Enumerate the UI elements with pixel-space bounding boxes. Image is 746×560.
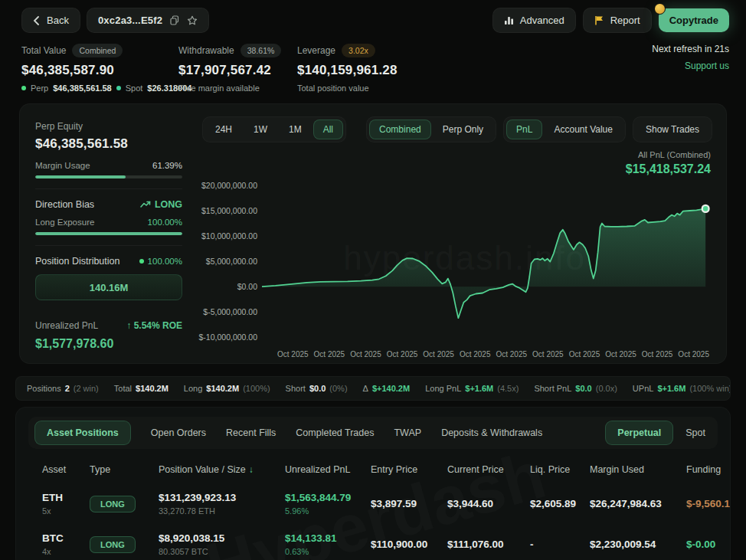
col-unrealized-pnl[interactable]: Unrealized PnL	[285, 464, 371, 475]
col-asset[interactable]: Asset	[42, 464, 90, 475]
tab-asset-positions[interactable]: Asset Positions	[34, 421, 131, 445]
withdrawable-amount: $17,907,567.42	[178, 63, 282, 78]
equity-area-chart[interactable]: hyperdash.info	[262, 178, 712, 345]
view-account-value-chip[interactable]: Account Value	[544, 120, 623, 139]
tab-completed-trades[interactable]: Completed Trades	[296, 427, 374, 438]
total-value-amount: $46,385,587.90	[21, 63, 178, 78]
asset-symbol: ETH	[42, 492, 90, 503]
col-entry-price[interactable]: Entry Price	[371, 464, 447, 475]
col-current-price[interactable]: Current Price	[447, 464, 530, 475]
x-axis-tick: Oct 2025	[569, 350, 600, 359]
range-all-chip[interactable]: All	[313, 120, 343, 139]
combined-badge: Combined	[72, 44, 123, 57]
y-axis-tick: $-10,000,000.00	[199, 332, 257, 342]
x-axis-tick: Oct 2025	[387, 350, 418, 359]
distribution-value: 140.16M	[90, 282, 129, 293]
leverage-label: Leverage	[297, 45, 335, 56]
leverage-stat: Leverage 3.02x $140,159,961.28 Total pos…	[297, 44, 458, 93]
summary-upnl: UPnL $+1.6M (100% win)	[633, 384, 731, 393]
unrealized-pnl: $1,563,844.79	[285, 492, 371, 503]
margin-usage-bar	[35, 175, 182, 178]
direction-bias-value: LONG	[155, 199, 182, 210]
position-distribution-pct: 100.00%	[148, 257, 182, 266]
copytrade-label: Copytrade	[669, 15, 718, 26]
view-group: PnL Account Value	[503, 116, 626, 142]
chart-svg	[262, 178, 712, 342]
back-button[interactable]: Back	[21, 8, 80, 33]
market-toggle: Perpetual Spot	[605, 421, 712, 445]
x-axis-tick: Oct 2025	[460, 350, 491, 359]
col-funding[interactable]: Funding	[686, 464, 721, 475]
table-header: Asset Type Position Value / Size↓ Unreal…	[28, 464, 718, 475]
x-axis-tick: Oct 2025	[678, 350, 709, 359]
col-position-value[interactable]: Position Value / Size↓	[159, 464, 285, 475]
chart-zone: 24H 1W 1M All Combined Perp Only PnL Acc…	[202, 116, 712, 359]
long-exposure-label: Long Exposure	[35, 218, 94, 227]
trend-up-icon	[140, 201, 151, 208]
mode-perp-only-chip[interactable]: Perp Only	[433, 120, 493, 139]
star-icon[interactable]	[187, 15, 198, 26]
summary-short-pnl: Short PnL $0.0 (0.0x)	[534, 384, 617, 393]
col-margin-used[interactable]: Margin Used	[590, 464, 686, 475]
unrealized-pnl-label: Unrealized PnL	[35, 320, 98, 331]
perp-dot-icon	[21, 86, 26, 90]
back-label: Back	[47, 15, 69, 26]
mode-combined-chip[interactable]: Combined	[369, 120, 431, 139]
table-row-btc[interactable]: BTC 4x LONG $8,920,038.15 80.3057 BTC $1…	[28, 532, 718, 556]
summary-delta: Δ $+140.2M	[363, 384, 411, 393]
last-point-marker	[702, 205, 709, 212]
show-trades-chip[interactable]: Show Trades	[636, 120, 709, 139]
margin-used: $2,230,009.54	[590, 539, 686, 550]
view-pnl-chip[interactable]: PnL	[506, 120, 542, 139]
y-axis-tick: $10,000,000.00	[201, 231, 257, 241]
range-1w-chip[interactable]: 1W	[244, 120, 277, 139]
support-us-link[interactable]: Support us	[652, 61, 729, 71]
mode-group: Combined Perp Only	[366, 116, 496, 142]
liq-price: -	[530, 539, 590, 550]
report-label: Report	[610, 15, 640, 26]
advanced-button[interactable]: Advanced	[492, 8, 576, 33]
area-fill	[262, 208, 705, 318]
toggle-spot[interactable]: Spot	[685, 427, 705, 438]
funding: $-0.00	[686, 539, 715, 550]
toggle-perpetual[interactable]: Perpetual	[605, 421, 673, 445]
spot-dot-icon	[116, 86, 121, 90]
col-type[interactable]: Type	[90, 464, 159, 475]
copytrade-button[interactable]: Copytrade	[659, 8, 729, 32]
x-axis-tick: Oct 2025	[496, 350, 527, 359]
position-size: 80.3057 BTC	[159, 547, 285, 556]
entry-price: $110,900.00	[371, 539, 447, 550]
y-axis-tick: $5,000,000.00	[206, 257, 257, 266]
table-row-eth[interactable]: ETH 5x LONG $131,239,923.13 33,270.78 ET…	[28, 492, 718, 516]
perp-value: $46,385,561.58	[53, 84, 111, 93]
range-1m-chip[interactable]: 1M	[279, 120, 312, 139]
range-24h-chip[interactable]: 24H	[205, 120, 242, 139]
copy-icon[interactable]	[170, 15, 179, 25]
panel-divider	[35, 188, 182, 189]
distribution-value-box[interactable]: 140.16M	[35, 274, 182, 300]
tab-open-orders[interactable]: Open Orders	[151, 427, 206, 438]
tab-recent-fills[interactable]: Recent Fills	[226, 427, 276, 438]
unrealized-pnl-pct: 5.96%	[285, 506, 371, 516]
unrealized-pnl-value: $1,577,978.60	[35, 337, 182, 351]
equity-panel: Perp Equity $46,385,561.58 Margin Usage …	[35, 116, 182, 359]
report-button[interactable]: Report	[583, 8, 652, 33]
x-axis-tick: Oct 2025	[350, 350, 381, 359]
current-price: $111,076.00	[447, 539, 530, 550]
summary-long: Long $140.2M (100%)	[184, 384, 270, 393]
total-value-label: Total Value	[21, 45, 66, 56]
position-distribution-label: Position Distribution	[35, 256, 119, 267]
spot-label: Spot	[126, 84, 143, 93]
panel-divider-2	[35, 245, 182, 246]
withdrawable-label: Withdrawable	[178, 45, 234, 56]
col-liq-price[interactable]: Liq. Price	[530, 464, 590, 475]
y-axis-tick: $20,000,000.00	[201, 181, 257, 190]
chevron-left-icon	[33, 16, 41, 25]
chart-controls: 24H 1W 1M All Combined Perp Only PnL Acc…	[202, 116, 712, 142]
tab-twap[interactable]: TWAP	[394, 427, 421, 438]
unrealized-pnl: $14,133.81	[285, 532, 371, 544]
perp-label: Perp	[31, 84, 48, 93]
wallet-address-pill[interactable]: 0xc2a3...E5f2	[87, 8, 209, 33]
time-range-group: 24H 1W 1M All	[202, 116, 346, 142]
tab-deposits-withdrawals[interactable]: Deposits & Withdrawals	[441, 427, 542, 438]
